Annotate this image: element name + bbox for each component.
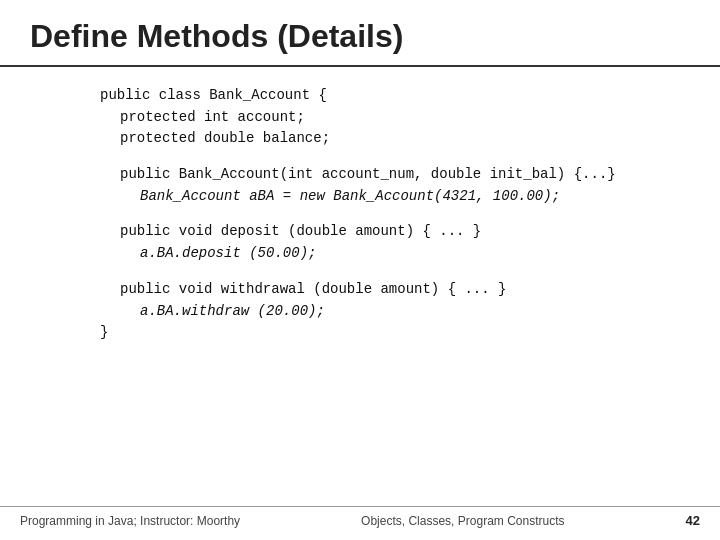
code-line-3: protected double balance; bbox=[100, 128, 680, 150]
code-line-1: public class Bank_Account { bbox=[100, 85, 680, 107]
code-line-blank1 bbox=[100, 150, 680, 164]
slide-container: Define Methods (Details) public class Ba… bbox=[0, 0, 720, 540]
code-line-blank3 bbox=[100, 265, 680, 279]
title-bar: Define Methods (Details) bbox=[0, 0, 720, 67]
code-line-6: public void deposit (double amount) { ..… bbox=[100, 221, 680, 243]
code-line-8: public void withdrawal (double amount) {… bbox=[100, 279, 680, 301]
code-line-2: protected int account; bbox=[100, 107, 680, 129]
slide-title: Define Methods (Details) bbox=[30, 18, 403, 54]
code-line-10: } bbox=[100, 322, 680, 344]
content-area: public class Bank_Account { protected in… bbox=[0, 85, 720, 344]
code-line-9: a.BA.withdraw (20.00); bbox=[100, 301, 680, 323]
footer-page-number: 42 bbox=[686, 513, 700, 528]
footer: Programming in Java; Instructor: Moorthy… bbox=[0, 506, 720, 528]
code-line-blank2 bbox=[100, 207, 680, 221]
footer-left: Programming in Java; Instructor: Moorthy bbox=[20, 514, 240, 528]
code-block: public class Bank_Account { protected in… bbox=[100, 85, 680, 344]
code-line-4: public Bank_Account(int account_num, dou… bbox=[100, 164, 680, 186]
code-line-7: a.BA.deposit (50.00); bbox=[100, 243, 680, 265]
footer-center: Objects, Classes, Program Constructs bbox=[361, 514, 564, 528]
code-line-5: Bank_Account aBA = new Bank_Account(4321… bbox=[100, 186, 680, 208]
